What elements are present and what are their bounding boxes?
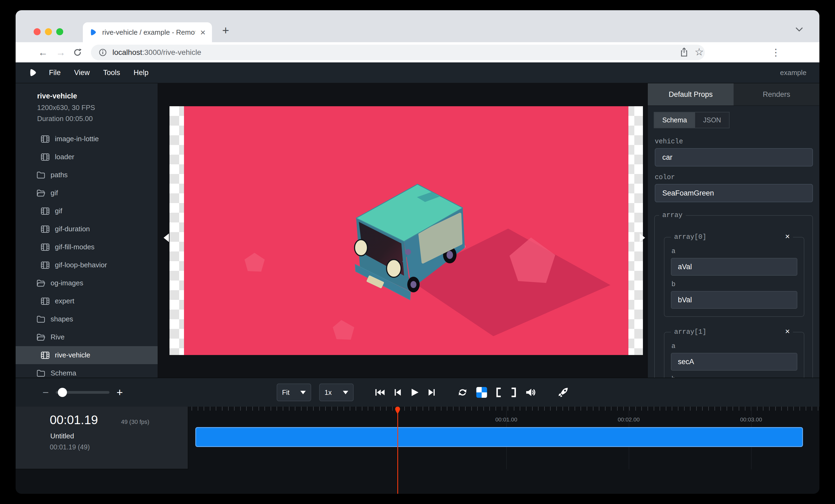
field-b-input[interactable]: bVal bbox=[671, 291, 797, 309]
transport-controls: Fit 1x bbox=[277, 378, 569, 407]
item-label: image-in-lottie bbox=[55, 135, 99, 143]
out-point-icon[interactable] bbox=[510, 387, 517, 398]
window-minimize-button[interactable] bbox=[45, 28, 52, 35]
window-zoom-button[interactable] bbox=[56, 28, 63, 35]
skip-to-start-button[interactable] bbox=[375, 388, 386, 397]
toggle-schema[interactable]: Schema bbox=[654, 112, 695, 128]
sidebar-item-image-in-lottie[interactable]: image-in-lottie bbox=[16, 130, 158, 148]
composition-list: image-in-lottie loader paths gif bbox=[16, 130, 158, 378]
address-bar[interactable]: localhost:3000/rive-vehicle bbox=[91, 45, 705, 60]
new-tab-button[interactable]: + bbox=[222, 24, 229, 37]
sidebar-item-gif-loop-behavior[interactable]: gif-loop-behavior bbox=[16, 256, 158, 274]
sidebar-item-schema[interactable]: Schema bbox=[16, 364, 158, 378]
zoom-slider[interactable] bbox=[56, 391, 109, 394]
timeline-track-bar[interactable] bbox=[195, 427, 803, 447]
sidebar-item-paths[interactable]: paths bbox=[16, 166, 158, 184]
collapse-panel-arrow[interactable] bbox=[640, 233, 645, 242]
back-icon[interactable]: ← bbox=[38, 47, 48, 58]
menu-file[interactable]: File bbox=[49, 68, 61, 77]
field-b-label: b bbox=[671, 280, 797, 288]
browser-tab[interactable]: rive-vehicle / example - Remoti × bbox=[83, 22, 212, 42]
array-item-1-label: array[1] bbox=[674, 328, 707, 336]
loop-icon[interactable] bbox=[457, 387, 468, 398]
item-label: loader bbox=[55, 153, 74, 161]
field-a-input[interactable]: aVal bbox=[671, 258, 797, 276]
url-host: localhost bbox=[113, 48, 142, 57]
sidebar-item-gif-folder[interactable]: gif bbox=[16, 184, 158, 202]
share-icon[interactable] bbox=[679, 47, 689, 58]
reload-icon[interactable] bbox=[73, 48, 82, 57]
tab-title: rive-vehicle / example - Remoti bbox=[102, 28, 195, 37]
sidebar-item-shapes[interactable]: shapes bbox=[16, 310, 158, 328]
sidebar-item-gif-duration[interactable]: gif-duration bbox=[16, 220, 158, 238]
previous-frame-button[interactable] bbox=[393, 388, 402, 397]
transparency-checkerboard-toggle[interactable] bbox=[476, 387, 487, 398]
remove-array-item-icon[interactable]: × bbox=[785, 233, 790, 241]
timeline-ruler[interactable]: 00:01.00 00:02.00 00:03.00 00:04.00 bbox=[188, 407, 819, 494]
array-item-0-label: array[0] bbox=[674, 233, 707, 241]
item-label: paths bbox=[50, 171, 68, 179]
window-close-button[interactable] bbox=[34, 28, 41, 35]
playhead-pin[interactable] bbox=[394, 407, 401, 415]
color-label: color bbox=[655, 173, 819, 181]
zoom-slider-thumb[interactable] bbox=[58, 388, 67, 397]
menu-tools[interactable]: Tools bbox=[103, 68, 120, 77]
speed-dropdown-value: 1x bbox=[325, 388, 332, 396]
next-frame-button[interactable] bbox=[427, 388, 436, 397]
item-label: gif-loop-behavior bbox=[55, 261, 107, 269]
tab-close-icon[interactable]: × bbox=[200, 28, 205, 37]
screenshot-root: rive-vehicle / example - Remoti × + ← → bbox=[0, 0, 835, 504]
site-info-icon[interactable] bbox=[99, 48, 107, 57]
play-button[interactable] bbox=[410, 387, 420, 397]
main-area: rive-vehicle 1200x630, 30 FPS Duration 0… bbox=[16, 83, 819, 378]
film-icon bbox=[40, 242, 50, 252]
field-a-input[interactable]: secA bbox=[671, 353, 797, 371]
film-icon bbox=[40, 134, 50, 144]
volume-icon[interactable] bbox=[525, 387, 537, 398]
remotion-logo-icon[interactable] bbox=[28, 68, 38, 77]
ruler-label-3s: 00:03.00 bbox=[740, 416, 762, 423]
tab-default-props[interactable]: Default Props bbox=[648, 83, 734, 105]
preview-canvas bbox=[158, 83, 647, 378]
tab-renders[interactable]: Renders bbox=[734, 83, 819, 105]
composition-title: rive-vehicle bbox=[37, 92, 158, 100]
timeline-info-panel: 00:01.19 49 (30 fps) Untitled 00:01.19 (… bbox=[16, 407, 188, 469]
forward-icon[interactable]: → bbox=[56, 47, 66, 58]
sidebar-item-rive-folder[interactable]: Rive bbox=[16, 328, 158, 346]
tab-search-chevron-icon[interactable] bbox=[795, 26, 804, 33]
chevron-down-icon bbox=[343, 391, 348, 394]
film-icon bbox=[40, 260, 50, 270]
sidebar-item-loader[interactable]: loader bbox=[16, 148, 158, 166]
render-rocket-icon[interactable] bbox=[558, 387, 569, 398]
speed-dropdown[interactable]: 1x bbox=[319, 383, 354, 401]
collapse-sidebar-arrow[interactable] bbox=[164, 233, 169, 242]
remotion-favicon bbox=[89, 28, 97, 36]
zoom-out-icon[interactable]: − bbox=[42, 386, 49, 399]
toggle-json[interactable]: JSON bbox=[695, 112, 729, 128]
schema-json-toggle: Schema JSON bbox=[654, 112, 730, 128]
zoom-in-icon[interactable]: + bbox=[117, 386, 123, 399]
vehicle-input[interactable]: car bbox=[655, 148, 813, 167]
track-name[interactable]: Untitled bbox=[50, 432, 74, 440]
props-form: vehicle car color SeaFoamGreen array arr… bbox=[648, 131, 819, 378]
playback-bar: − + Fit 1x bbox=[16, 378, 819, 407]
item-label: gif bbox=[50, 189, 58, 197]
array-group: array array[0]× a aVal b bVal array[1]× … bbox=[654, 211, 813, 378]
zoom-control: − + bbox=[42, 378, 123, 407]
browser-menu-icon[interactable]: ⋮ bbox=[771, 47, 781, 58]
playhead-line[interactable] bbox=[397, 410, 398, 494]
sidebar-item-og-images[interactable]: og-images bbox=[16, 274, 158, 292]
sidebar-item-gif[interactable]: gif bbox=[16, 202, 158, 220]
menu-view[interactable]: View bbox=[74, 68, 90, 77]
remove-array-item-icon[interactable]: × bbox=[785, 328, 790, 336]
bookmark-star-icon[interactable]: ☆ bbox=[695, 46, 704, 58]
timeline: 00:01.00 00:02.00 00:03.00 00:04.00 00:0… bbox=[16, 407, 819, 494]
color-input[interactable]: SeaFoamGreen bbox=[655, 184, 813, 202]
fit-dropdown[interactable]: Fit bbox=[277, 383, 311, 401]
in-point-icon[interactable] bbox=[495, 387, 502, 398]
menu-help[interactable]: Help bbox=[134, 68, 149, 77]
sidebar-item-expert[interactable]: expert bbox=[16, 292, 158, 310]
sidebar-item-rive-vehicle[interactable]: rive-vehicle bbox=[16, 346, 158, 364]
url-text: localhost:3000/rive-vehicle bbox=[113, 48, 201, 57]
sidebar-item-gif-fill-modes[interactable]: gif-fill-modes bbox=[16, 238, 158, 256]
